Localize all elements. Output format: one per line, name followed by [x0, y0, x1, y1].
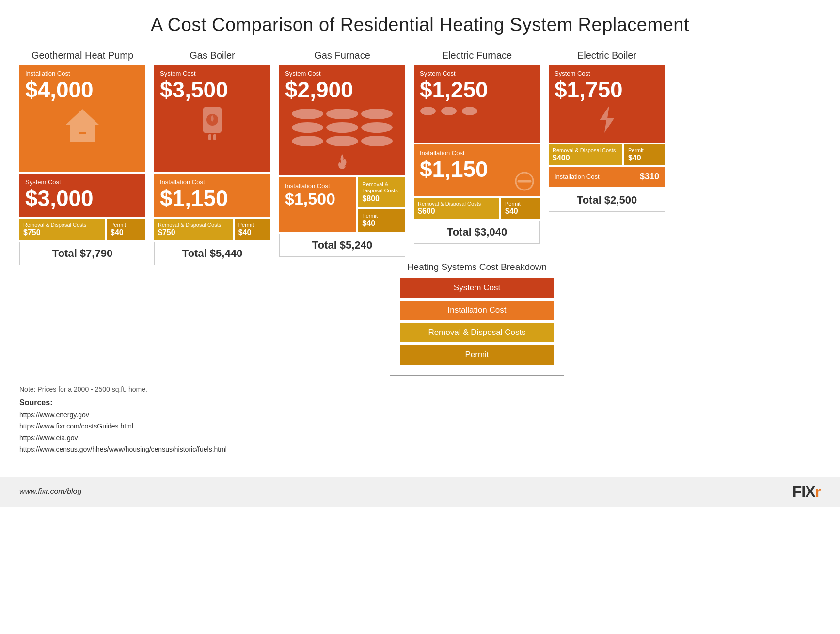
- gasfurnace-removal-amount: $800: [362, 194, 401, 203]
- elecboiler-system-block: System Cost $1,750: [549, 65, 665, 143]
- geo-permit-block: Permit $40: [107, 219, 145, 240]
- svg-rect-1: [78, 134, 87, 142]
- svg-point-8: [462, 107, 477, 115]
- gasfurnace-right-small: Removal & Disposal Costs $800 Permit $40: [358, 177, 405, 232]
- elecfurnace-permit-block: Permit $40: [501, 198, 540, 219]
- elecfurnace-small-row: Removal & Disposal Costs $600 Permit $40: [414, 198, 540, 219]
- col-header-geothermal: Geothermal Heat Pump: [32, 50, 133, 61]
- source-2: https://www.fixr.com/costsGuides.html: [19, 422, 133, 430]
- notes-sources: Note: Prices for a 2000 - 2500 sq.ft. ho…: [19, 385, 227, 455]
- column-geothermal: Geothermal Heat Pump Installation Cost $…: [19, 50, 145, 265]
- gasboiler-removal-block: Removal & Disposal Costs $750: [154, 219, 233, 240]
- elecfurnace-installation-block: Installation Cost $1,150: [414, 144, 540, 196]
- logo-orange-letter: r: [815, 483, 821, 500]
- legend-removal-cost: Removal & Disposal Costs: [400, 323, 554, 342]
- elecboiler-permit-block: Permit $40: [624, 144, 665, 165]
- col-header-electric-boiler: Electric Boiler: [577, 50, 636, 61]
- sources-section: Sources: https://www.energy.gov https://…: [19, 396, 227, 455]
- geo-removal-block: Removal & Disposal Costs $750: [19, 219, 105, 240]
- gasboiler-system-label: System Cost: [160, 70, 265, 78]
- source-1: https://www.energy.gov: [19, 411, 89, 419]
- gasfurnace-total: Total $5,240: [279, 234, 405, 257]
- note-text: Note: Prices for a 2000 - 2500 sq.ft. ho…: [19, 385, 227, 393]
- no-entry-icon: [420, 172, 534, 191]
- geo-installation-label: Installation Cost: [25, 70, 140, 78]
- bottom-area: Note: Prices for a 2000 - 2500 sq.ft. ho…: [19, 385, 821, 455]
- column-electric-furnace: Electric Furnace System Cost $1,250 Inst…: [414, 50, 540, 376]
- geo-small-row: Removal & Disposal Costs $750 Permit $40: [19, 219, 145, 240]
- gasboiler-permit-label: Permit: [238, 222, 267, 228]
- col-header-gas-boiler: Gas Boiler: [190, 50, 235, 61]
- gasfurnace-installation-label: Installation Cost: [285, 182, 350, 190]
- gasboiler-system-amount: $3,500: [160, 78, 265, 102]
- column-gas-furnace: Gas Furnace System Cost $2,900: [279, 50, 405, 257]
- geo-system-block: System Cost $3,000: [19, 174, 145, 217]
- furnace-flame-icon: [285, 153, 399, 171]
- svg-point-7: [441, 107, 457, 115]
- coil-icon: [420, 102, 534, 120]
- source-4: https://www.census.gov/hhes/www/housing/…: [19, 445, 227, 453]
- elecfurnace-system-label: System Cost: [420, 70, 534, 78]
- gasfurnace-bottom-row: Installation Cost $1,500 Removal & Dispo…: [279, 177, 405, 232]
- elecboiler-total: Total $2,500: [549, 189, 665, 212]
- col-header-electric-furnace: Electric Furnace: [442, 50, 512, 61]
- footer-url: www.fixr.com/blog: [19, 487, 81, 496]
- legend-system-cost: System Cost: [400, 278, 554, 298]
- elecboiler-system-label: System Cost: [555, 70, 659, 78]
- elecfurnace-permit-amount: $40: [505, 207, 536, 216]
- geo-system-amount: $3,000: [25, 186, 140, 211]
- geo-total: Total $7,790: [19, 242, 145, 265]
- legend-box: Heating Systems Cost Breakdown System Co…: [390, 254, 564, 376]
- elecboiler-removal-label: Removal & Disposal Costs: [553, 147, 618, 154]
- sources-label: Sources:: [19, 398, 52, 407]
- legend-permit: Permit: [400, 345, 554, 365]
- gasfurnace-removal-label: Removal & Disposal Costs: [362, 181, 401, 194]
- elecboiler-removal-amount: $400: [553, 154, 618, 162]
- gasboiler-permit-amount: $40: [238, 228, 267, 237]
- lightning-icon: [555, 105, 659, 134]
- elecboiler-small-top-row: Removal & Disposal Costs $400 Permit $40: [549, 144, 665, 165]
- gasboiler-system-block: System Cost $3,500: [154, 65, 270, 172]
- svg-rect-4: [208, 134, 211, 140]
- elecfurnace-removal-label: Removal & Disposal Costs: [418, 201, 495, 207]
- footer: www.fixr.com/blog FIXr: [0, 477, 840, 507]
- gasfurnace-permit-label: Permit: [362, 213, 401, 219]
- elecfurnace-permit-label: Permit: [505, 201, 536, 207]
- gasfurnace-removal-block: Removal & Disposal Costs $800: [358, 177, 405, 206]
- elecboiler-system-amount: $1,750: [555, 78, 659, 102]
- source-3: https://www.eia.gov: [19, 434, 78, 442]
- elecfurnace-removal-amount: $600: [418, 207, 495, 216]
- geo-installation-block: Installation Cost $4,000: [19, 65, 145, 172]
- page-title: A Cost Comparison of Residential Heating…: [19, 15, 821, 35]
- gasfurnace-installation-amount: $1,500: [285, 190, 350, 208]
- gasboiler-installation-label: Installation Cost: [160, 178, 265, 186]
- gasboiler-removal-amount: $750: [158, 228, 229, 237]
- gasboiler-permit-block: Permit $40: [235, 219, 270, 240]
- gasfurnace-installation-block: Installation Cost $1,500: [279, 177, 356, 232]
- elecfurnace-system-block: System Cost $1,250: [414, 65, 540, 143]
- col-header-gas-furnace: Gas Furnace: [314, 50, 370, 61]
- elecboiler-permit-amount: $40: [628, 154, 661, 162]
- elecfurnace-total: Total $3,040: [414, 221, 540, 244]
- gasfurnace-system-block: System Cost $2,900: [279, 65, 405, 175]
- geo-installation-amount: $4,000: [25, 78, 140, 102]
- house-icon: [25, 102, 140, 150]
- elecboiler-removal-block: Removal & Disposal Costs $400: [549, 144, 622, 165]
- legend-installation-cost: Installation Cost: [400, 301, 554, 320]
- elecboiler-installation-label: Installation Cost: [555, 173, 600, 181]
- elecboiler-permit-label: Permit: [628, 147, 661, 154]
- elecfurnace-installation-label: Installation Cost: [420, 149, 534, 157]
- gasboiler-small-row: Removal & Disposal Costs $750 Permit $40: [154, 219, 270, 240]
- elecfurnace-system-amount: $1,250: [420, 78, 534, 102]
- column-gas-boiler: Gas Boiler System Cost $3,500: [154, 50, 270, 265]
- svg-point-6: [420, 107, 436, 115]
- gasfurnace-system-amount: $2,900: [285, 78, 399, 102]
- main-columns: Geothermal Heat Pump Installation Cost $…: [19, 50, 821, 376]
- gasfurnace-system-label: System Cost: [285, 70, 399, 78]
- geo-permit-label: Permit: [111, 222, 142, 228]
- logo: FIXr: [792, 483, 821, 501]
- gasboiler-installation-amount: $1,150: [160, 186, 265, 211]
- elecfurnace-removal-block: Removal & Disposal Costs $600: [414, 198, 499, 219]
- geo-removal-label: Removal & Disposal Costs: [23, 222, 101, 228]
- column-electric-boiler: Electric Boiler System Cost $1,750 Remov…: [549, 50, 665, 212]
